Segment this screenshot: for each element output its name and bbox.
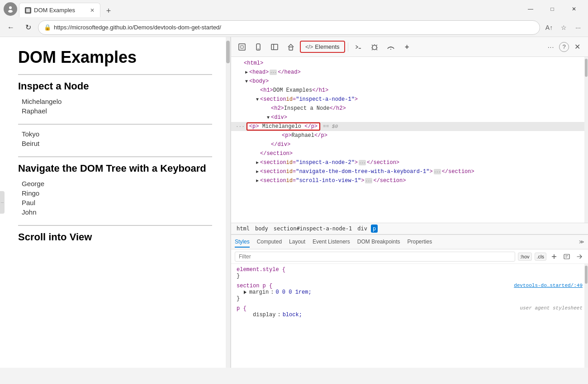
devtools-toggle[interactable]: ···	[0, 191, 5, 214]
maximize-button[interactable]: □	[542, 2, 563, 16]
add-tool-button[interactable]: +	[400, 40, 414, 54]
svg-point-11	[372, 45, 377, 50]
elements-tab[interactable]: </> Elements	[300, 41, 345, 53]
section3-item-4: John	[18, 208, 212, 216]
tab-computed[interactable]: Computed	[257, 237, 282, 248]
section2-dots[interactable]: ···	[359, 160, 366, 165]
bc-body[interactable]: body	[253, 225, 270, 233]
prop-margin-name: margin	[249, 289, 269, 295]
h1-close-tag: </h1>	[312, 87, 328, 94]
tab-event-listeners[interactable]: Event Listeners	[313, 237, 350, 248]
style-filter-input[interactable]	[235, 252, 515, 262]
toggle-head[interactable]: ►	[244, 70, 249, 75]
toggle-body[interactable]: ▼	[244, 79, 249, 84]
inspect-element-button[interactable]	[235, 40, 249, 54]
css-rule-element-style: element.style { }	[237, 267, 583, 279]
dom-line-section4[interactable]: ► <section id = "scroll-into-view-1" > ·…	[231, 176, 588, 185]
window-controls: — □ ✕	[520, 2, 584, 16]
dom-line-div-close[interactable]: </div>	[231, 140, 588, 149]
minimize-button[interactable]: —	[520, 2, 541, 16]
toggle-section4[interactable]: ►	[255, 178, 260, 183]
dom-line-h2[interactable]: <h2> Inspect a Node </h2>	[231, 104, 588, 113]
section4-attr-value: "scroll-into-view-1"	[296, 178, 361, 184]
more-options-button[interactable]: ···	[572, 21, 584, 34]
toggle-div[interactable]: ▼	[266, 115, 271, 120]
dom-line-h1[interactable]: <h1> DOM Examples </h1>	[231, 86, 588, 95]
prop-display-value: block;	[283, 312, 302, 318]
tab-dom-breakpoints[interactable]: DOM Breakpoints	[357, 237, 400, 248]
console-button[interactable]	[351, 40, 365, 54]
element-style-selector: element.style {	[237, 267, 285, 273]
divider-2	[18, 124, 212, 125]
toggle-section3[interactable]: ►	[255, 169, 260, 174]
style-panel: Styles Computed Layout Event Listeners D…	[231, 234, 588, 368]
add-style-rule-button[interactable]	[549, 252, 559, 262]
dom-line-html[interactable]: <html>	[231, 59, 588, 68]
section3-dots[interactable]: ···	[434, 169, 441, 174]
body-tag: <body>	[249, 78, 269, 84]
read-aloud-button[interactable]: A↑	[543, 21, 555, 34]
svg-point-0	[9, 6, 12, 9]
section-p-source[interactable]: devtools-do…started/:49	[514, 283, 583, 288]
favorites-button[interactable]: ☆	[557, 21, 570, 34]
css-prop-margin: margin : 0 0 0 1rem;	[237, 289, 583, 295]
profile-icon[interactable]	[4, 2, 17, 16]
debug-button[interactable]	[367, 40, 382, 54]
section-p-selector: section p {	[237, 283, 272, 289]
devtools-close-button[interactable]: ✕	[570, 40, 584, 54]
cls-button[interactable]: .cls	[535, 253, 547, 261]
toggle-section2[interactable]: ►	[255, 160, 260, 165]
dom-line-section3[interactable]: ► <section id = "navigate-the-dom-tree-w…	[231, 167, 588, 176]
h2-close-tag: </h2>	[330, 105, 346, 112]
hov-button[interactable]: :hov	[518, 253, 532, 261]
margin-triangle[interactable]	[244, 290, 247, 294]
tab-properties[interactable]: Properties	[408, 237, 432, 248]
refresh-button[interactable]: ↻	[21, 20, 35, 35]
webpage-content: DOM Examples Inspect a Node Michelangelo…	[0, 37, 231, 368]
more-tools-button[interactable]: ···	[544, 40, 558, 54]
style-scroll-thumb	[585, 266, 588, 284]
bc-p[interactable]: p	[371, 225, 378, 233]
dom-line-section1-close[interactable]: </section>	[231, 149, 588, 158]
help-button[interactable]: ?	[559, 42, 569, 52]
dom-line-section2[interactable]: ► <section id = "inspect-a-node-2" > ···…	[231, 158, 588, 167]
network-button[interactable]	[384, 40, 398, 54]
webpage-scrollbar[interactable]	[226, 37, 230, 368]
tab-styles[interactable]: Styles	[235, 237, 250, 248]
close-button[interactable]: ✕	[564, 2, 584, 16]
browser-tab[interactable]: DOM Examples ✕	[19, 3, 100, 17]
svg-rect-15	[564, 254, 569, 259]
dom-line-div[interactable]: ▼ <div>	[231, 113, 588, 122]
head-dots[interactable]: ···	[270, 70, 277, 75]
prop-colon: :	[270, 289, 274, 295]
new-tab-button[interactable]: +	[102, 5, 115, 17]
dom-line-p-michelangelo[interactable]: ··· <p> Michelangelo </p> == $0	[231, 122, 588, 131]
style-scrollbar[interactable]	[584, 264, 588, 368]
sidebar-button[interactable]	[267, 40, 282, 54]
dom-line-section1[interactable]: ▼ <section id = "inspect-a-node-1" >	[231, 95, 588, 104]
home-button[interactable]	[284, 40, 298, 54]
bc-section[interactable]: section#inspect-a-node-1	[272, 225, 354, 233]
tab-layout[interactable]: Layout	[289, 237, 305, 248]
section1-item-1: Michelangelo	[18, 98, 212, 105]
bc-html[interactable]: html	[235, 225, 251, 233]
svg-rect-7	[271, 44, 278, 50]
dom-tree-scroll-thumb	[585, 59, 588, 77]
dom-tree-scrollbar[interactable]	[584, 57, 588, 223]
p-raphael-open: <p>	[282, 132, 292, 139]
style-tab-overflow[interactable]: ≫	[579, 239, 584, 245]
url-bar[interactable]: 🔒 https://microsoftedge.github.io/Demos/…	[38, 20, 540, 35]
tab-close-button[interactable]: ✕	[90, 7, 95, 14]
toggle-changes-button[interactable]	[574, 252, 584, 262]
dom-line-p-raphael[interactable]: <p> Raphael </p>	[231, 131, 588, 140]
device-toolbar-button[interactable]	[251, 40, 266, 54]
dom-line-body[interactable]: ▼ <body>	[231, 77, 588, 86]
toggle-section1[interactable]: ▼	[255, 97, 260, 102]
back-button[interactable]: ←	[4, 20, 18, 35]
new-style-rule-button[interactable]	[562, 252, 572, 262]
bc-div[interactable]: div	[356, 225, 369, 233]
dom-line-head[interactable]: ► <head> ··· </head>	[231, 68, 588, 77]
section4-dots[interactable]: ···	[365, 178, 372, 183]
p-raphael-close: </p>	[314, 132, 327, 139]
h1-tag: <h1>	[260, 87, 273, 94]
